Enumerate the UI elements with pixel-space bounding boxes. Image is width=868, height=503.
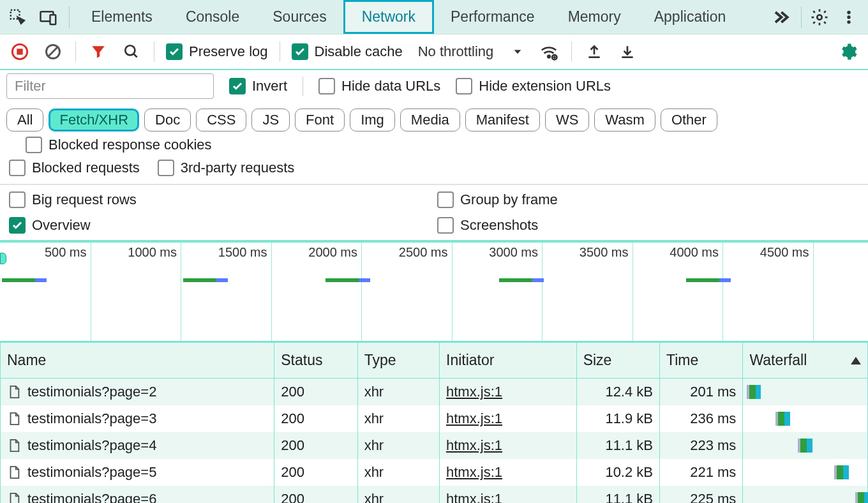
- hide-extension-urls-checkbox[interactable]: Hide extension URLs: [456, 78, 611, 94]
- request-time: 201 ms: [660, 379, 743, 406]
- tab-memory[interactable]: Memory: [551, 0, 638, 34]
- overview-request-bar[interactable]: [183, 278, 228, 282]
- disable-cache-label: Disable cache: [315, 43, 403, 60]
- chip-media[interactable]: Media: [400, 109, 460, 131]
- search-icon[interactable]: [121, 41, 142, 63]
- overview-timeline[interactable]: 500 ms1000 ms1500 ms2000 ms2500 ms3000 m…: [0, 241, 868, 342]
- overview-checkbox[interactable]: Overview: [9, 217, 431, 234]
- chip-css[interactable]: CSS: [196, 109, 246, 131]
- overview-tick: 4000 ms: [632, 243, 723, 341]
- chip-img[interactable]: Img: [350, 109, 395, 131]
- col-waterfall[interactable]: Waterfall: [743, 343, 868, 379]
- hide-data-urls-checkbox[interactable]: Hide data URLs: [318, 78, 440, 94]
- throttling-select[interactable]: No throttling: [414, 41, 527, 63]
- blocked-requests-checkbox[interactable]: Blocked requests: [9, 160, 140, 176]
- export-har-icon[interactable]: [617, 41, 638, 63]
- chip-font[interactable]: Font: [295, 109, 345, 131]
- device-toggle-icon[interactable]: [33, 2, 64, 33]
- request-initiator[interactable]: htmx.js:1: [446, 491, 502, 503]
- divider: [69, 6, 70, 28]
- tab-console[interactable]: Console: [169, 0, 256, 34]
- request-initiator[interactable]: htmx.js:1: [446, 437, 502, 453]
- chip-js[interactable]: JS: [251, 109, 290, 131]
- overview-label: Overview: [32, 217, 91, 234]
- overview-tick: 4500 ms: [722, 243, 813, 341]
- request-name: testimonials?page=3: [7, 410, 267, 427]
- overview-request-bar[interactable]: [326, 278, 370, 282]
- preserve-log-checkbox[interactable]: Preserve log: [166, 43, 268, 60]
- request-time: 221 ms: [660, 459, 743, 486]
- import-har-icon[interactable]: [583, 41, 605, 63]
- devtools-tabbar: ElementsConsoleSourcesNetworkPerformance…: [0, 0, 868, 34]
- chip-doc[interactable]: Doc: [144, 109, 191, 131]
- waterfall-cell: [743, 459, 868, 486]
- tab-network[interactable]: Network: [343, 0, 434, 34]
- request-type: xhr: [357, 379, 439, 406]
- third-party-checkbox[interactable]: 3rd-party requests: [158, 160, 295, 176]
- invert-checkbox[interactable]: Invert: [229, 78, 287, 94]
- kebab-menu-icon[interactable]: [836, 4, 862, 30]
- network-settings-icon[interactable]: [837, 41, 859, 63]
- col-name[interactable]: Name: [1, 343, 274, 379]
- svg-point-5: [847, 15, 850, 19]
- col-size[interactable]: Size: [576, 343, 659, 379]
- group-by-frame-checkbox[interactable]: Group by frame: [437, 191, 859, 208]
- record-button[interactable]: [9, 41, 31, 63]
- overview-request-bar[interactable]: [499, 278, 544, 282]
- table-row[interactable]: testimonials?page=2200xhrhtmx.js:112.4 k…: [1, 379, 868, 406]
- tab-elements[interactable]: Elements: [75, 0, 169, 34]
- svg-point-6: [847, 20, 850, 23]
- filter-input[interactable]: [6, 73, 214, 99]
- waterfall-cell: [743, 405, 868, 432]
- invert-label: Invert: [252, 78, 287, 94]
- chip-manifest[interactable]: Manifest: [465, 109, 540, 131]
- request-size: 11.1 kB: [576, 486, 659, 503]
- chip-all[interactable]: All: [6, 109, 43, 131]
- col-time[interactable]: Time: [660, 343, 743, 379]
- overview-tick: 1000 ms: [91, 243, 181, 341]
- col-status[interactable]: Status: [274, 343, 357, 379]
- request-type: xhr: [357, 486, 439, 503]
- overview-tick: 2000 ms: [271, 243, 362, 341]
- chip-wasm[interactable]: Wasm: [594, 109, 655, 131]
- throttling-value: No throttling: [418, 43, 494, 60]
- blocked-requests-label: Blocked requests: [32, 160, 140, 176]
- request-initiator[interactable]: htmx.js:1: [446, 464, 502, 480]
- table-row[interactable]: testimonials?page=5200xhrhtmx.js:110.2 k…: [1, 459, 868, 486]
- tab-application[interactable]: Application: [638, 0, 743, 34]
- divider: [801, 6, 802, 28]
- panel-tabs: ElementsConsoleSourcesNetworkPerformance…: [75, 0, 765, 34]
- request-initiator[interactable]: htmx.js:1: [446, 410, 502, 426]
- waterfall-cell: [743, 379, 868, 406]
- big-request-rows-checkbox[interactable]: Big request rows: [9, 191, 431, 208]
- clear-button[interactable]: [42, 41, 64, 63]
- chip-other[interactable]: Other: [661, 109, 717, 131]
- request-initiator[interactable]: htmx.js:1: [446, 384, 502, 400]
- overview-tick: 3000 ms: [452, 243, 542, 341]
- overview-request-bar[interactable]: [686, 278, 731, 282]
- svg-point-3: [817, 15, 822, 20]
- tab-sources[interactable]: Sources: [256, 0, 343, 34]
- inspect-icon[interactable]: [3, 2, 33, 33]
- network-toolbar: Preserve log Disable cache No throttling: [0, 34, 868, 70]
- disable-cache-checkbox[interactable]: Disable cache: [292, 43, 403, 60]
- col-initiator[interactable]: Initiator: [440, 343, 577, 379]
- svg-line-12: [133, 54, 137, 57]
- overview-request-bar[interactable]: [2, 278, 47, 282]
- table-row[interactable]: testimonials?page=6200xhrhtmx.js:111.1 k…: [1, 486, 868, 503]
- screenshots-checkbox[interactable]: Screenshots: [437, 217, 859, 234]
- chip-fetchxhr[interactable]: Fetch/XHR: [49, 109, 139, 131]
- settings-icon[interactable]: [807, 4, 832, 30]
- requests-table: Name Status Type Initiator Size Time Wat…: [0, 342, 868, 503]
- table-row[interactable]: testimonials?page=4200xhrhtmx.js:111.1 k…: [1, 432, 868, 459]
- table-row[interactable]: testimonials?page=3200xhrhtmx.js:111.9 k…: [1, 405, 868, 432]
- col-type[interactable]: Type: [357, 343, 439, 379]
- request-time: 225 ms: [660, 486, 743, 503]
- filter-icon[interactable]: [87, 41, 109, 63]
- request-name: testimonials?page=6: [7, 491, 267, 503]
- more-tabs-icon[interactable]: [765, 2, 796, 33]
- blocked-cookies-checkbox[interactable]: Blocked response cookies: [26, 137, 212, 153]
- tab-performance[interactable]: Performance: [434, 0, 551, 34]
- chip-ws[interactable]: WS: [545, 109, 589, 131]
- network-conditions-icon[interactable]: [538, 41, 560, 63]
